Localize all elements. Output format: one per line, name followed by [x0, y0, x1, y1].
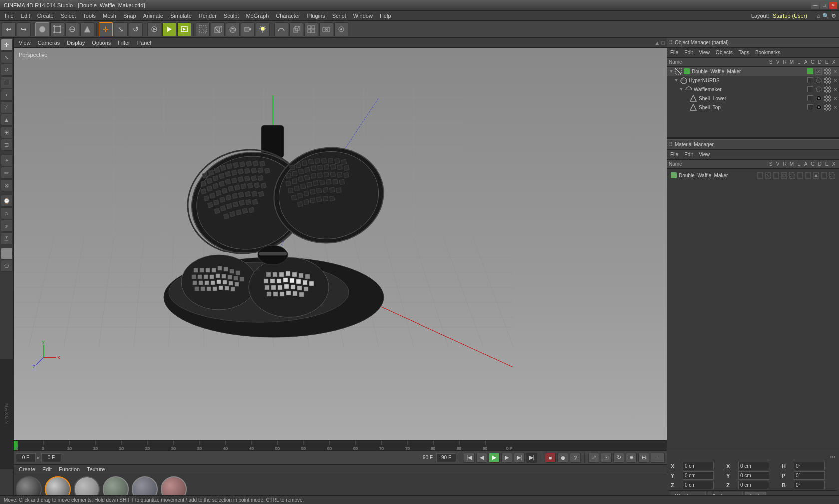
extrude-button[interactable] [289, 22, 303, 36]
menu-window[interactable]: Window [350, 12, 376, 20]
sphere-primitive-button[interactable] [226, 22, 240, 36]
tool-weight[interactable]: ⍞ [1, 232, 13, 244]
om-cb-st[interactable] [807, 104, 813, 110]
om-close-dwm[interactable]: ✕ [833, 69, 837, 74]
tool-point[interactable]: • [1, 89, 13, 101]
key-param-button[interactable]: ⊕ [626, 453, 637, 463]
move-tool-button[interactable]: ✛ [99, 22, 113, 36]
tool-uv[interactable]: ⊟ [1, 139, 13, 151]
vp-icon-maximize[interactable]: □ [661, 40, 665, 46]
menu-file[interactable]: File [2, 12, 17, 20]
om-item-shell-lower[interactable]: ▼ Shell_Lower ✕ [667, 94, 839, 103]
input-p[interactable] [794, 471, 825, 480]
input-h[interactable] [794, 462, 825, 470]
vp-menu-options[interactable]: Options [89, 39, 114, 46]
om-expand-dwm[interactable]: ▼ [669, 69, 674, 74]
om-close-hn[interactable]: ✕ [833, 78, 837, 83]
key-rotate-button[interactable]: ↻ [613, 453, 624, 463]
menu-character[interactable]: Character [273, 12, 303, 20]
tool-ik[interactable]: ⍟ [1, 220, 13, 232]
redo-button[interactable]: ↪ [17, 22, 31, 36]
camera2-button[interactable] [319, 22, 333, 36]
mm-item-dwm[interactable]: Double_Waffle_Maker [669, 171, 837, 180]
settings-icon[interactable]: ⚙ [831, 13, 836, 19]
menu-edit[interactable]: Edit [18, 12, 33, 20]
tool-texture[interactable]: ⊞ [1, 126, 13, 138]
menu-snap[interactable]: Snap [120, 12, 139, 20]
current-frame-input[interactable] [16, 453, 36, 462]
menu-script[interactable]: Script [329, 12, 349, 20]
om-close-st[interactable]: ✕ [833, 105, 837, 110]
stop-record-button[interactable]: ■ [545, 453, 556, 463]
menu-sculpt[interactable]: Sculpt [221, 12, 242, 20]
menu-select[interactable]: Select [58, 12, 79, 20]
edge-mode-button[interactable] [65, 22, 79, 36]
om-item-hypernurbs[interactable]: ▼ HyperNURBS ✕ [667, 76, 839, 85]
om-close-sl[interactable]: ✕ [833, 96, 837, 101]
coords-dots[interactable]: ••• [830, 454, 835, 460]
tool-checker[interactable] [1, 248, 13, 259]
minimize-button[interactable]: — [811, 2, 819, 9]
mm-menu-file[interactable]: File [668, 151, 681, 158]
tool-edge[interactable]: ∕ [1, 101, 13, 113]
om-menu-tags[interactable]: Tags [736, 49, 752, 56]
tool-poly[interactable]: ▲ [1, 114, 13, 126]
tool-move[interactable]: ✛ [1, 39, 13, 51]
undo-button[interactable]: ↩ [2, 22, 16, 36]
record-button[interactable]: ▶| [526, 453, 537, 463]
render-all-button[interactable] [177, 22, 191, 36]
menu-animate[interactable]: Animate [140, 12, 166, 20]
point-mode-button[interactable] [50, 22, 64, 36]
vp-menu-cameras[interactable]: Cameras [35, 39, 63, 46]
input-z-rot[interactable] [738, 481, 769, 489]
key-scale-button[interactable]: ⊡ [601, 453, 612, 463]
mat-menu-function[interactable]: Function [56, 466, 83, 473]
input-y-rot[interactable] [738, 471, 769, 480]
mm-menu-view[interactable]: View [696, 151, 712, 158]
menu-mograph[interactable]: MoGraph [243, 12, 272, 20]
vp-menu-filter[interactable]: Filter [115, 39, 133, 46]
help-button[interactable]: ? [570, 453, 581, 463]
vp-menu-display[interactable]: Display [64, 39, 88, 46]
mat-menu-edit[interactable]: Edit [39, 466, 55, 473]
key-all-button[interactable]: ⊞ [638, 453, 649, 463]
tool-magnet[interactable]: ⌖ [1, 154, 13, 166]
tool-rotate[interactable]: ↺ [1, 64, 13, 76]
om-item-wafflemaker[interactable]: ▼ Wafflemaker ✕ [667, 85, 839, 94]
mm-menu-edit[interactable]: Edit [682, 151, 695, 158]
close-button[interactable]: ✕ [829, 2, 837, 9]
tool-anim[interactable]: ⌚ [1, 195, 13, 207]
om-menu-bookmarks[interactable]: Bookmarks [753, 49, 783, 56]
menu-mesh[interactable]: Mesh [100, 12, 119, 20]
tool-fk[interactable]: ⍥ [1, 207, 13, 219]
om-menu-view[interactable]: View [696, 49, 712, 56]
om-expand-wm[interactable]: ▼ [679, 87, 684, 92]
menu-plugins[interactable]: Plugins [304, 12, 328, 20]
tool-array[interactable]: ⊠ [1, 179, 13, 191]
anim-layers-button[interactable]: ≡ [651, 453, 665, 463]
tool-object[interactable]: ⬛ [1, 76, 13, 88]
start-frame-input[interactable] [41, 453, 61, 462]
model-mode-button[interactable] [35, 22, 49, 36]
input-x-rot[interactable] [738, 462, 769, 470]
om-menu-file[interactable]: File [668, 49, 681, 56]
spline-button[interactable] [274, 22, 288, 36]
render-button[interactable] [162, 22, 176, 36]
menu-help[interactable]: Help [377, 12, 394, 20]
om-cb-hn[interactable] [807, 77, 813, 83]
grid-display-button[interactable] [304, 22, 318, 36]
poly-mode-button[interactable] [80, 22, 94, 36]
rotate-tool-button[interactable]: ↺ [129, 22, 143, 36]
record2-button[interactable]: ⏺ [557, 453, 568, 463]
vp-icon-up[interactable]: ▲ [654, 40, 660, 46]
camera-button[interactable] [241, 22, 255, 36]
render-region-button[interactable] [147, 22, 161, 36]
menu-render[interactable]: Render [196, 12, 220, 20]
null-object-button[interactable] [196, 22, 210, 36]
3d-viewport[interactable]: Perspective X Y Z [14, 48, 667, 440]
om-close-wm[interactable]: ✕ [833, 87, 837, 92]
om-expand-hn[interactable]: ▼ [674, 78, 679, 83]
mat-menu-texture[interactable]: Texture [84, 466, 108, 473]
mat-menu-create[interactable]: Create [16, 466, 38, 473]
home-icon[interactable]: ⌂ [817, 13, 820, 19]
